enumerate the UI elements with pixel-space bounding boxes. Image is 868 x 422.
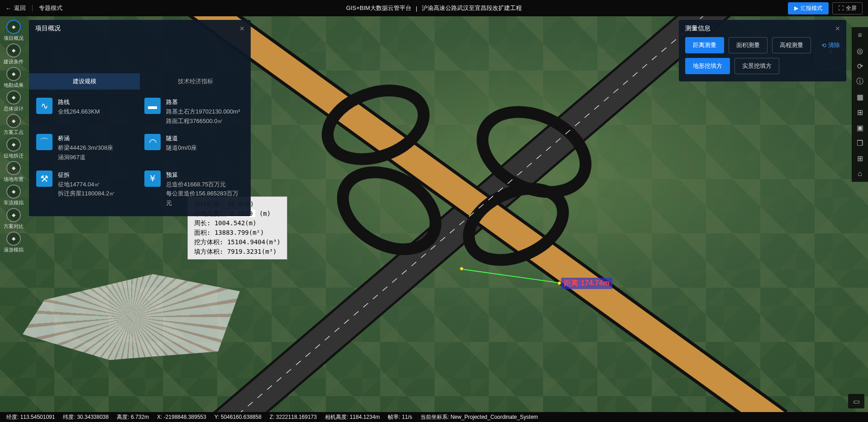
arrow-left-icon: ← xyxy=(5,5,11,12)
tab-tech-economy[interactable]: 技术经济指标 xyxy=(140,73,251,90)
stat-title: 路基 xyxy=(166,98,240,107)
sidebar-icon: ◆ xyxy=(6,232,21,246)
sidebar-icon: ◆ xyxy=(6,161,21,175)
result-line: 面积: 13883.799(m²) xyxy=(194,228,281,237)
stat-value: 路基土石方19702130.000m³ xyxy=(166,107,240,117)
status-camera-height: 相机高度: 1184.1234m xyxy=(325,413,380,421)
sidebar-item[interactable]: ◆场地布置 xyxy=(3,161,24,183)
status-longitude: 经度: 113.54501091 xyxy=(6,413,55,421)
stat-title: 路线 xyxy=(58,98,100,107)
camera-button[interactable]: ▭ xyxy=(848,394,864,408)
home-icon[interactable]: ⌂ xyxy=(855,169,864,178)
apps-icon[interactable]: ⊞ xyxy=(855,154,864,163)
divider: | xyxy=(416,5,417,12)
presentation-icon: ▶ xyxy=(794,5,798,11)
sidebar-item[interactable]: ◆总体设计 xyxy=(3,90,24,112)
sidebar-icon: ◆ xyxy=(6,185,21,199)
fullscreen-button[interactable]: ⛶ 全屏 xyxy=(832,2,863,14)
sidebar-label: 地勘成果 xyxy=(4,82,24,89)
panel-title: 测量信息 xyxy=(685,24,711,33)
mode-label[interactable]: 专题模式 xyxy=(39,4,62,12)
clear-button[interactable]: ⟲ 清除 xyxy=(821,41,840,49)
report-mode-button[interactable]: ▶ 汇报模式 xyxy=(788,2,829,14)
sidebar-item[interactable]: ◆建设条件 xyxy=(3,43,24,65)
measure-type-button[interactable]: 面积测量 xyxy=(729,37,768,53)
sidebar-icon: ◆ xyxy=(6,43,21,57)
close-icon[interactable]: × xyxy=(239,24,244,33)
earthwork-type-button[interactable]: 实景挖填方 xyxy=(734,58,779,74)
stat-value: 总造价41668.75百万元 xyxy=(166,180,243,190)
panel-tabs: 建设规模 技术经济指标 xyxy=(29,73,251,90)
ruler-icon[interactable]: ⊞ xyxy=(855,108,864,117)
panel-title: 项目概况 xyxy=(35,24,61,33)
sidebar-label: 项目概况 xyxy=(4,35,24,42)
sidebar-item[interactable]: ◆方案对比 xyxy=(3,208,24,230)
status-x: X: -2198848.389553 xyxy=(157,414,206,420)
layers-icon[interactable]: ≡ xyxy=(855,31,864,40)
sidebar-label: 建设条件 xyxy=(4,58,24,65)
header-center: GIS+BIM大数据云管平台 | 沪渝高速公路武汉至宜昌段改扩建工程 xyxy=(346,4,522,12)
stat-value: 征地14774.04㎡ xyxy=(58,180,115,190)
status-fps: 帧率: 11/s xyxy=(388,413,412,421)
result-line: 挖方体积: 15104.9404(m³) xyxy=(194,237,281,247)
sidebar-icon: ◆ xyxy=(6,90,21,104)
stat-item: ⚒征拆征地14774.04㎡拆迁房屋1180084.2㎡ xyxy=(36,171,135,208)
stats-grid: ∿路线全线264.663KM▬路基路基土石方19702130.000m³路面工程… xyxy=(29,90,251,216)
sidebar-item[interactable]: ◆地勘成果 xyxy=(3,67,24,89)
grid-icon[interactable]: ▦ xyxy=(855,92,864,101)
stat-item: ￥预算总造价41668.75百万元每公里造价156.865283百万元 xyxy=(144,171,243,208)
divider xyxy=(32,5,33,11)
stat-value: 路面工程3766500.0㎡ xyxy=(166,117,240,126)
sidebar-label: 漫游模拟 xyxy=(4,247,24,253)
status-bar: 经度: 113.54501091 纬度: 30.34338038 高度: 6.7… xyxy=(0,412,868,422)
tab-scale[interactable]: 建设规模 xyxy=(29,73,140,90)
close-icon[interactable]: × xyxy=(835,24,840,33)
stat-item: ∿路线全线264.663KM xyxy=(36,98,135,126)
back-button[interactable]: ← 返回 xyxy=(5,4,26,12)
stat-value: 涵洞967道 xyxy=(58,153,113,162)
sidebar-label: 车流模拟 xyxy=(4,199,24,206)
sidebar-label: 场地布置 xyxy=(4,176,24,183)
left-sidebar: ◆项目概况◆建设条件◆地勘成果◆总体设计◆方案工点◆征地拆迁◆场地布置◆车流模拟… xyxy=(3,20,24,253)
measure-type-button[interactable]: 距离测量 xyxy=(685,37,724,53)
stat-item: ⌒桥涵桥梁44426.3m/308座涵洞967道 xyxy=(36,134,135,162)
stat-value: 每公里造价156.865283百万元 xyxy=(166,189,243,208)
stat-icon: ∿ xyxy=(36,98,52,114)
stat-item: ◠隧道隧道0m/0座 xyxy=(144,134,243,162)
sidebar-item[interactable]: ◆漫游模拟 xyxy=(3,232,24,253)
sidebar-icon: ◆ xyxy=(6,208,21,222)
earthwork-type-button[interactable]: 地形挖填方 xyxy=(685,58,730,74)
clear-label: 清除 xyxy=(828,41,840,49)
cube-icon[interactable]: ❒ xyxy=(855,138,864,147)
sidebar-icon: ◆ xyxy=(6,138,21,152)
status-y: Y: 5046160.638858 xyxy=(215,414,262,420)
sidebar-label: 方案工点 xyxy=(4,129,24,136)
sidebar-item[interactable]: ◆方案工点 xyxy=(3,114,24,136)
sidebar-label: 征地拆迁 xyxy=(4,152,24,159)
status-altitude: 高度: 6.732m xyxy=(117,413,149,421)
sidebar-item[interactable]: ◆征地拆迁 xyxy=(3,138,24,159)
panel-header: 测量信息 × xyxy=(679,20,846,37)
header-right: ▶ 汇报模式 ⛶ 全屏 xyxy=(788,2,863,14)
stat-value: 全线264.663KM xyxy=(58,107,100,117)
sidebar-icon: ◆ xyxy=(6,20,21,34)
stat-value: 拆迁房屋1180084.2㎡ xyxy=(58,189,115,199)
report-label: 汇报模式 xyxy=(801,5,822,12)
right-toolbar: ≡◎⟳ⓘ▦⊞▣❒⊞⌂ xyxy=(852,27,868,182)
info-icon[interactable]: ⓘ xyxy=(855,77,864,86)
stat-icon: ￥ xyxy=(144,171,161,187)
panel-header: 项目概况 × xyxy=(29,20,251,37)
stat-icon: ⌒ xyxy=(36,134,52,150)
measure-point[interactable] xyxy=(558,281,561,285)
status-latitude: 纬度: 30.34338038 xyxy=(63,413,109,421)
stat-icon: ◠ xyxy=(144,134,161,150)
locate-icon[interactable]: ◎ xyxy=(855,46,864,55)
project-overview-panel: 项目概况 × 建设规模 技术经济指标 ∿路线全线264.663KM▬路基路基土石… xyxy=(29,20,251,216)
box-icon[interactable]: ▣ xyxy=(855,123,864,132)
sidebar-item[interactable]: ◆项目概况 xyxy=(3,20,24,42)
measure-type-button[interactable]: 高程测量 xyxy=(772,37,811,53)
stat-title: 征拆 xyxy=(58,171,115,180)
sidebar-item[interactable]: ◆车流模拟 xyxy=(3,185,24,206)
history-icon[interactable]: ⟳ xyxy=(855,62,864,71)
measure-point[interactable] xyxy=(460,267,463,270)
